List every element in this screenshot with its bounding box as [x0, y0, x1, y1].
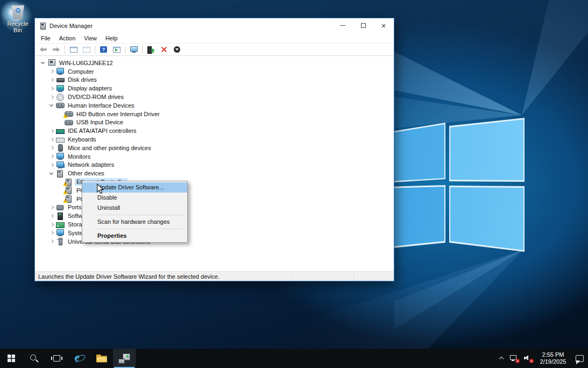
chevron-expanded-icon[interactable]: [48, 169, 56, 178]
chevron-collapsed-icon[interactable]: [48, 76, 56, 84]
taskbar-internet-explorer-button[interactable]: [68, 349, 90, 368]
toolbar-forward-button[interactable]: [50, 45, 62, 55]
tree-item-label[interactable]: WIN-LU6GJJNEE12: [58, 59, 115, 67]
taskbar-task-view-button[interactable]: [45, 349, 68, 368]
tree-item-display-adapters: Display adapters: [35, 84, 394, 93]
chevron-collapsed-icon[interactable]: [48, 152, 56, 160]
chevron-spacer: [56, 178, 65, 186]
storage-icon: [56, 221, 65, 228]
tree-item-label[interactable]: USB Input Device: [75, 118, 125, 126]
context-menu-separator: [97, 229, 186, 229]
chevron-collapsed-icon[interactable]: [48, 203, 56, 211]
tree-item-label[interactable]: Disk drives: [66, 76, 98, 83]
context-menu-separator: [97, 215, 186, 215]
taskbar: × × 2:55 PM 2/19/2025: [0, 349, 588, 368]
context-menu-item-scan-for-hardware-changes[interactable]: Scan for hardware changes: [82, 217, 187, 227]
close-button[interactable]: ×: [373, 18, 394, 33]
tree-item-label[interactable]: Mice and other pointing devices: [66, 144, 153, 152]
chevron-collapsed-icon[interactable]: [48, 93, 56, 101]
hid-icon: [65, 110, 73, 117]
maximize-button[interactable]: [353, 18, 373, 33]
forward-arrow-icon: [53, 47, 60, 52]
action-center-icon[interactable]: [576, 355, 584, 362]
green-status-dot-icon: [126, 355, 129, 357]
tree-item-label[interactable]: Monitors: [66, 153, 92, 160]
tree-item-network-adapters: Network adapters: [35, 161, 394, 169]
menu-bar: FileActionViewHelp: [35, 33, 394, 44]
toolbar-help-button[interactable]: [97, 45, 110, 55]
context-menu-item-properties[interactable]: Properties: [82, 231, 187, 241]
toolbar-show-console-tree-button[interactable]: [67, 45, 80, 55]
toolbar-scan-for-hardware-changes-button[interactable]: [127, 45, 140, 55]
tree-item-label[interactable]: Human Interface Devices: [66, 102, 136, 109]
minimize-button[interactable]: [332, 18, 353, 33]
chevron-collapsed-icon[interactable]: [48, 84, 56, 93]
chevron-collapsed-icon[interactable]: [48, 144, 56, 152]
toolbar-properties-window-button[interactable]: [80, 45, 93, 55]
chevron-collapsed-icon[interactable]: [48, 237, 56, 245]
menu-view[interactable]: View: [80, 35, 101, 41]
tree-item-monitors: Monitors: [35, 152, 394, 161]
software-icon: [56, 213, 65, 220]
menu-file[interactable]: File: [37, 35, 55, 41]
menu-help[interactable]: Help: [101, 35, 122, 41]
disk-icon: [56, 76, 65, 83]
toolbar-disable-button[interactable]: [171, 45, 183, 55]
toolbar-separator: [65, 46, 65, 54]
unknown-icon: [65, 195, 73, 202]
toolbar-action-pane-button[interactable]: [110, 45, 123, 55]
file-explorer-icon: [96, 355, 107, 363]
chevron-collapsed-icon[interactable]: [48, 229, 56, 237]
tree-item-label[interactable]: Computer: [66, 68, 95, 75]
window-title: Device Manager: [49, 23, 93, 29]
mouse-cursor: [96, 183, 104, 194]
dvd-icon: [56, 94, 65, 101]
taskbar-file-explorer-button[interactable]: [90, 349, 113, 368]
tree-item-ide-ata-atapi-controllers: IDE ATA/ATAPI controllers: [35, 126, 394, 135]
tree-item-label[interactable]: Other devices: [66, 169, 106, 177]
chevron-spacer: [56, 195, 65, 203]
taskbar-device-manager-button[interactable]: [113, 349, 136, 368]
tree-item-label[interactable]: Keyboards: [66, 136, 98, 143]
monitor-icon: [56, 153, 65, 160]
computer-icon: [56, 68, 65, 75]
usb-icon: [56, 238, 65, 245]
status-bar-panel: [292, 272, 353, 281]
chevron-expanded-icon[interactable]: [39, 59, 47, 67]
network-disconnected-icon[interactable]: ×: [510, 355, 518, 362]
tree-item-label[interactable]: HID Button over Interrupt Driver: [75, 110, 161, 118]
window-titlebar[interactable]: Device Manager ×: [35, 18, 394, 33]
tree-item-dvd-cd-rom-drives: DVD/CD-ROM drives: [35, 93, 394, 101]
chevron-up-icon[interactable]: [498, 355, 505, 362]
volume-muted-icon[interactable]: ×: [523, 355, 532, 362]
help-icon: [100, 46, 107, 53]
chevron-collapsed-icon[interactable]: [48, 221, 56, 229]
chevron-collapsed-icon[interactable]: [48, 127, 56, 135]
toolbar-uninstall-button[interactable]: [158, 45, 170, 55]
task-view-icon: [53, 355, 60, 362]
tree-item-label[interactable]: Network adapters: [66, 161, 116, 168]
menu-action[interactable]: Action: [55, 35, 80, 41]
tree-item-label[interactable]: Display adapters: [66, 84, 114, 92]
unknown-icon: [65, 187, 73, 194]
chevron-collapsed-icon[interactable]: [48, 161, 56, 169]
search-icon: [30, 354, 39, 363]
desktop: ♻ Recycle Bin Device Manager × FileActio…: [0, 0, 588, 368]
tree-item-label[interactable]: DVD/CD-ROM drives: [66, 93, 125, 101]
toolbar-back-button[interactable]: [37, 45, 49, 55]
tree-item-label[interactable]: IDE ATA/ATAPI controllers: [66, 127, 138, 135]
chevron-expanded-icon[interactable]: [48, 101, 56, 109]
chevron-collapsed-icon[interactable]: [48, 136, 56, 144]
taskbar-start-button[interactable]: [0, 349, 23, 368]
recycle-bin-shortcut[interactable]: ♻ Recycle Bin: [3, 3, 32, 33]
display-icon: [56, 85, 65, 92]
toolbar-update-driver-button[interactable]: [145, 45, 157, 55]
chevron-collapsed-icon[interactable]: [48, 212, 56, 220]
tree-item-computer: Computer: [35, 67, 394, 76]
clock-date: 2/19/2025: [537, 358, 569, 365]
back-arrow-icon: [40, 47, 47, 52]
chevron-collapsed-icon[interactable]: [48, 67, 56, 75]
taskbar-clock[interactable]: 2:55 PM 2/19/2025: [537, 351, 569, 365]
context-menu-item-uninstall[interactable]: Uninstall: [82, 203, 187, 213]
taskbar-search-button[interactable]: [23, 349, 45, 368]
